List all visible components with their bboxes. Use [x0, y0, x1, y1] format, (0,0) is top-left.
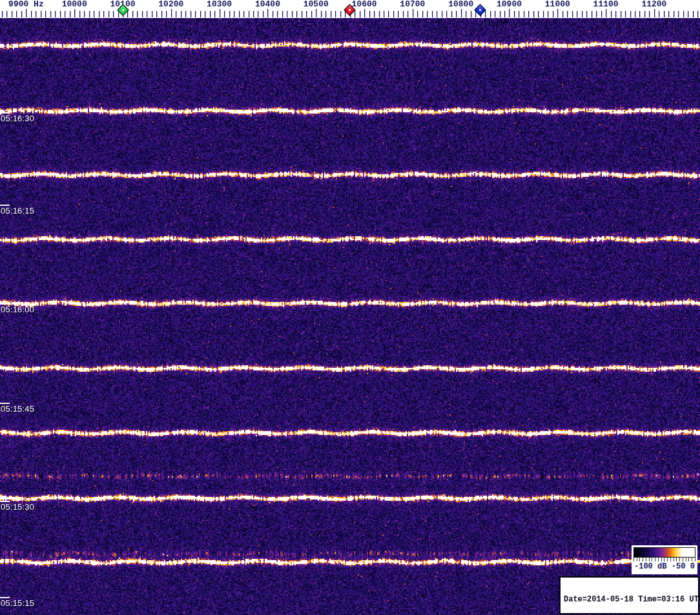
spectrogram-waterfall-canvas[interactable] [0, 18, 700, 615]
time-label-051600: 05:16:00 [1, 305, 34, 314]
freq-label-10500: 10500 [304, 0, 329, 9]
time-label-051630: 05:16:30 [1, 114, 34, 123]
legend-mid-label: -50 [672, 561, 686, 572]
frequency-ruler: 9900 Hz100001010010200103001040010500106… [0, 0, 700, 18]
freq-label-10800: 10800 [448, 0, 473, 9]
freq-label-10900: 10900 [497, 0, 522, 9]
time-label-051530: 05:15:30 [1, 503, 34, 512]
freq-label-11200: 11200 [641, 0, 666, 9]
freq-label-11000: 11000 [545, 0, 570, 9]
marker-center-dot [121, 8, 124, 11]
intensity-scale-legend: -100 dB -50 0 [632, 545, 697, 574]
legend-max-label: 0 [690, 561, 695, 572]
freq-label-9900: 9900 Hz [8, 0, 44, 9]
freq-label-10300: 10300 [207, 0, 232, 9]
time-label-051615: 05:16:15 [1, 207, 34, 216]
marker-center-dot [479, 8, 481, 11]
marker-center-dot [349, 8, 351, 11]
meteor-echo-waterfall-window: 9900 Hz100001010010200103001040010500106… [0, 0, 700, 615]
legend-min-label: -100 dB [634, 561, 666, 572]
observation-info-box: Date=2014-05-18 Time=03:16 UTC Freq=143 … [559, 576, 699, 614]
legend-labels: -100 dB -50 0 [633, 561, 695, 572]
freq-label-10700: 10700 [400, 0, 425, 9]
time-label-051515: 05:15:15 [1, 599, 34, 608]
freq-label-10400: 10400 [255, 0, 280, 9]
freq-label-10000: 10000 [62, 0, 87, 9]
freq-label-10200: 10200 [158, 0, 183, 9]
freq-label-11100: 11100 [593, 0, 619, 9]
time-label-051545: 05:15:45 [1, 405, 34, 414]
info-date-time: Date=2014-05-18 Time=03:16 UTC [564, 596, 698, 604]
intensity-gradient-bar [633, 547, 695, 558]
freq-label-10600: 10600 [352, 0, 377, 9]
